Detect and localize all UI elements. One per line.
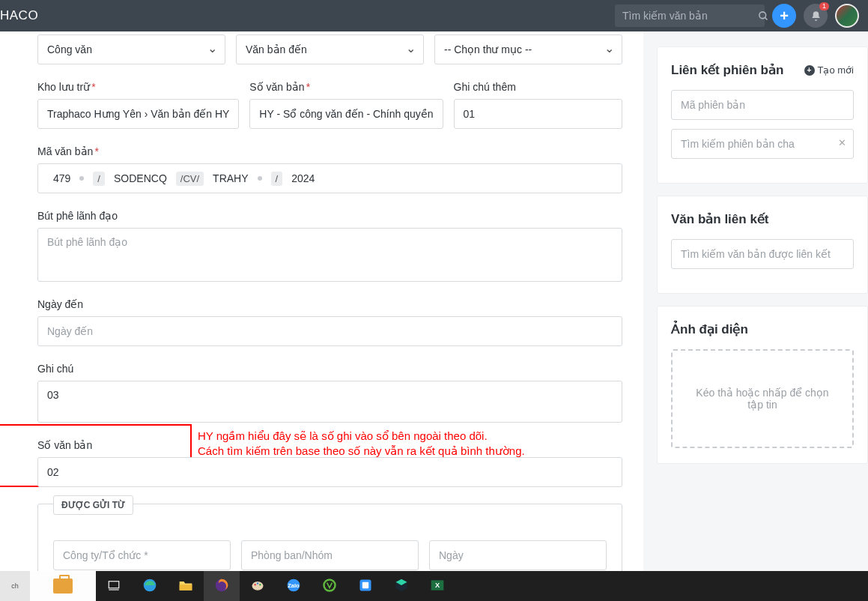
svg-point-13 [324,580,336,591]
avatar-card: Ảnh đại diện Kéo thả hoặc nhấp để chọn t… [657,306,868,464]
svg-text:X: X [435,582,440,589]
svg-point-10 [259,584,261,586]
sent-from-company-input[interactable] [53,540,231,570]
taskbar-app-icon[interactable] [347,571,383,601]
version-create-button[interactable]: + Tạo mới [804,64,855,76]
code-label: Mã văn bản* [37,145,622,157]
sent-from-section: ĐƯỢC GỬI TỪ [37,504,622,571]
form-panel: Công văn Văn bản đến -- Chọn thư mục -- … [0,31,643,571]
folder-select[interactable]: -- Chọn thư mục -- [434,34,622,64]
add-button[interactable]: + [772,4,796,28]
docnum-field[interactable]: HY - Sổ công văn đến - Chính quyền [249,99,443,129]
svg-rect-2 [109,582,119,588]
taskbar-fileexplorer-icon[interactable] [168,571,204,601]
taskbar-excel-icon[interactable]: X [419,571,455,601]
svg-point-8 [254,584,256,586]
windows-taskbar: ch Zalo X [0,571,868,601]
notification-badge: 1 [819,2,829,10]
leader-note-input[interactable] [37,228,622,282]
sent-from-date-input[interactable] [429,540,607,570]
svg-text:Zalo: Zalo [288,582,300,589]
header-actions: + 1 [615,4,859,28]
doc-direction-select[interactable]: Văn bản đến [236,34,424,64]
svg-point-9 [257,582,259,585]
linked-doc-search-input[interactable] [671,239,854,269]
extra-note-input[interactable] [454,99,622,129]
taskbar-zalo-icon[interactable]: Zalo [276,571,312,601]
global-search[interactable] [615,4,765,27]
search-icon[interactable] [753,10,774,22]
arrival-date-input[interactable] [37,316,622,346]
taskbar-nox-icon[interactable] [383,571,419,601]
version-code-input[interactable] [671,90,854,120]
extra-note-label: Ghi chú thêm [454,81,622,93]
user-avatar[interactable] [835,4,859,28]
taskbar-coccoc-icon[interactable] [312,571,347,601]
main-layout: Công văn Văn bản đến -- Chọn thư mục -- … [0,31,868,571]
side-panel: Liên kết phiên bản + Tạo mới Văn bản liê… [643,31,868,571]
code-part-3: TRAHY [213,172,248,184]
annotation-text: HY ngầm hiểu đây sẽ là số ghi vào sổ bên… [198,429,525,459]
storage-field[interactable]: Traphaco Hưng Yên › Văn bản đến HY [37,99,239,129]
version-link-card: Liên kết phiên bản + Tạo mới [657,46,868,184]
doc-code-field[interactable]: 479 / SODENCQ /CV/ TRAHY / 2024 [37,163,622,193]
storage-label: Kho lưu trữ* [37,81,239,93]
linked-doc-card: Văn bản liên kết [657,196,868,294]
taskbar-firefox-icon[interactable] [204,571,240,601]
version-parent-search-input[interactable] [671,129,854,159]
svg-rect-15 [362,582,368,588]
brand-title: HACO [0,8,38,23]
note-input[interactable]: 03 [37,381,622,423]
version-link-title: Liên kết phiên bản [671,62,783,78]
svg-point-0 [759,11,766,18]
global-search-input[interactable] [622,10,753,22]
briefcase-icon [53,579,73,594]
plus-icon: + [804,65,815,76]
code-sep-3: / [271,172,283,186]
code-dot-icon [258,176,262,181]
taskbar-start[interactable]: ch [0,571,30,601]
avatar-dropzone[interactable]: Kéo thả hoặc nhấp để chọn tập tin [671,349,854,448]
code-part-1: 479 [53,172,70,184]
linked-doc-title: Văn bản liên kết [671,211,769,227]
taskbar-edge-icon[interactable] [132,571,168,601]
code-dot-icon [79,176,84,181]
taskbar-taskview-icon[interactable] [96,571,132,601]
svg-rect-5 [180,585,192,591]
sent-from-dept-input[interactable] [241,540,419,570]
code-sep-2: /CV/ [176,172,204,186]
svb-input[interactable] [37,457,622,487]
arrival-date-label: Ngày đến [37,298,622,310]
taskbar-explorer-active[interactable] [30,571,96,601]
code-part-4: 2024 [291,172,315,184]
sent-from-tab[interactable]: ĐƯỢC GỬI TỪ [53,495,133,515]
code-sep-1: / [93,172,105,186]
avatar-card-title: Ảnh đại diện [671,321,748,337]
code-part-2: SODENCQ [114,172,167,184]
svg-line-1 [765,17,767,19]
doc-type-select[interactable]: Công văn [37,34,225,64]
app-header: HACO + 1 [0,0,868,31]
note-label: Ghi chú [37,363,622,375]
docnum-label: Số văn bản* [249,81,443,93]
notifications-button[interactable]: 1 [804,4,828,28]
leader-note-label: Bút phê lãnh đạo [37,210,622,222]
taskbar-paint-icon[interactable] [240,571,276,601]
